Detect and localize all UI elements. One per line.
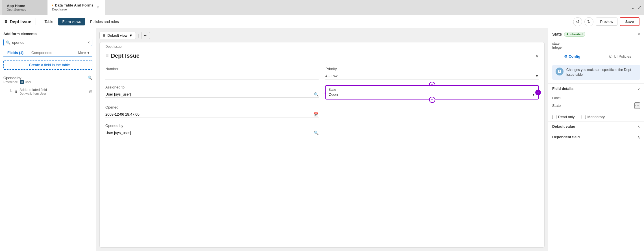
field-details-section[interactable]: Field details ∨ <box>548 83 644 94</box>
default-value-title: Default value <box>552 124 575 129</box>
nav-form-views[interactable]: Form views <box>58 18 85 25</box>
field-search-button[interactable]: 🔍 <box>88 75 92 80</box>
left-panel-title: Add form elements <box>3 32 92 36</box>
search-input[interactable] <box>12 40 88 45</box>
default-view-label: Default view <box>107 33 127 38</box>
search-clear-button[interactable]: × <box>88 40 90 45</box>
tab-app-home-title: App Home <box>7 4 43 8</box>
tab-app-home[interactable]: App Home Dept Services <box>2 0 47 15</box>
form-drag-handle-icon[interactable]: ≡ <box>105 53 109 59</box>
related-field-item: └ ⠿ Add a related field Dot-walk from Us… <box>3 86 92 96</box>
hamburger-icon: ≡ <box>5 19 8 25</box>
right-panel-tabs: ⚙ Config ⟨/⟩ UI Policies <box>548 52 644 61</box>
priority-select[interactable]: 4 - Low <box>325 73 539 79</box>
opened-by-empty <box>325 105 539 118</box>
config-tab[interactable]: ⚙ Config <box>548 52 596 61</box>
nav-policies[interactable]: Policies and rules <box>86 18 123 25</box>
default-value-toggle-icon: ∧ <box>637 124 640 129</box>
field-details-toggle-icon: ∨ <box>637 86 640 91</box>
layout-icon: ⊞ <box>103 33 106 38</box>
form-header: ≡ Dept Issue ∧ <box>100 49 544 62</box>
main-layout: Add form elements 🔍 × Fields (1) Compone… <box>0 28 644 251</box>
state-remove-button[interactable]: × <box>535 90 541 95</box>
preview-button[interactable]: Preview <box>596 18 617 26</box>
assigned-search-icon: 🔍 <box>313 92 319 97</box>
assigned-label: Assigned to <box>105 85 319 89</box>
default-view-button[interactable]: ⊞ Default view ▼ <box>99 32 136 39</box>
create-field-button[interactable]: + Create a field in the table <box>3 60 92 70</box>
form-row-3: Opened 📅 <box>105 105 539 118</box>
right-panel: State Inherited × state Integer ⚙ Config… <box>548 28 644 251</box>
number-input[interactable] <box>105 73 319 79</box>
dependent-field-section[interactable]: Dependent field ∧ <box>548 132 644 142</box>
dependent-field-title: Dependent field <box>552 135 580 139</box>
form-card: Dept Issue ≡ Dept Issue ∧ Number Priorit… <box>99 42 545 248</box>
tab-app-home-subtitle: Dept Services <box>7 8 43 11</box>
form-title: ≡ Dept Issue <box>105 53 140 59</box>
fields-tabs-row: Fields (1) Components More ▼ <box>3 49 92 57</box>
mandatory-checkbox[interactable] <box>582 115 586 119</box>
default-value-section[interactable]: Default value ∧ <box>548 121 644 132</box>
more-tab[interactable]: More ▼ <box>76 50 92 56</box>
ui-policies-tab[interactable]: ⟨/⟩ UI Policies <box>596 52 644 61</box>
ui-policies-icon: ⟨/⟩ <box>609 54 613 59</box>
fields-tab[interactable]: Fields (1) <box>3 49 27 57</box>
state-select[interactable]: Open <box>329 92 532 97</box>
add-field-below-button[interactable]: + <box>429 97 435 103</box>
search-icon: 🔍 <box>6 40 10 45</box>
redo-button[interactable]: ↻ <box>584 17 593 26</box>
read-only-checkbox-item: Read only <box>552 115 575 119</box>
components-tab[interactable]: Components <box>27 49 56 57</box>
field-name: Opened by <box>3 76 21 80</box>
priority-field: Priority 4 - Low ▼ <box>325 67 539 79</box>
dropdown-arrow-icon: ▼ <box>129 33 133 38</box>
field-name-info: state <box>552 42 640 46</box>
related-field-name: Add a related field <box>19 88 47 92</box>
tab-list: App Home Dept Services • Data Table And … <box>2 0 105 15</box>
right-panel-title: State Inherited <box>552 32 585 37</box>
undo-button[interactable]: ↺ <box>573 17 582 26</box>
opened-input[interactable] <box>105 111 313 118</box>
tab-data-table-subtitle: Dept Issue <box>52 8 67 11</box>
form-collapse-button[interactable]: ∧ <box>535 53 539 59</box>
field-meta: Reference: ⊞ User <box>3 80 92 84</box>
toolbar-right-actions: ↺ ↻ Preview Save <box>573 17 639 26</box>
nav-table[interactable]: Table <box>40 18 57 25</box>
opened-by-input[interactable] <box>105 129 313 136</box>
expand-tabs-button[interactable]: ⤢ <box>638 5 642 11</box>
form-row-1: Number Priority 4 - Low ▼ <box>105 67 539 79</box>
priority-select-wrapper: 4 - Low ▼ <box>325 73 539 79</box>
undo-icon: ↺ <box>576 19 580 24</box>
assigned-input[interactable] <box>105 91 313 98</box>
assigned-input-wrapper: 🔍 <box>105 91 319 98</box>
state-drag-handle-icon[interactable]: ⠿ <box>323 90 326 95</box>
field-type-info: state Integer <box>548 39 644 52</box>
number-field: Number <box>105 67 319 79</box>
tab-close-button[interactable]: × <box>96 5 100 10</box>
app-brand: ≡ Dept Issue <box>5 19 31 25</box>
tab-bar-actions: ⌄ ⤢ <box>631 5 642 11</box>
opened-by-field: Opened by 🔍 <box>105 124 319 136</box>
save-button[interactable]: Save <box>620 17 639 26</box>
field-details-title: Field details <box>552 86 573 91</box>
canvas-toolbar: ⊞ Default view ▼ | ⋯ <box>99 32 545 39</box>
left-panel: Add form elements 🔍 × Fields (1) Compone… <box>0 28 96 251</box>
right-panel-close-button[interactable]: × <box>638 32 640 37</box>
related-field-meta: Dot-walk from User <box>19 92 47 95</box>
field-item-opened-by: Opened by 🔍 Reference: ⊞ User <box>3 74 92 86</box>
collapse-tabs-button[interactable]: ⌄ <box>631 5 635 11</box>
tab-modified-indicator: • <box>52 3 53 7</box>
assigned-field: Assigned to 🔍 <box>105 85 319 98</box>
dependent-field-toggle-icon: ∧ <box>637 135 640 139</box>
search-box: 🔍 × <box>3 39 92 46</box>
tab-data-table[interactable]: • Data Table And Forms Dept Issue × <box>47 0 105 15</box>
toolbar-nav: Table Form views Policies and rules <box>40 18 123 25</box>
form-row-4: Opened by 🔍 <box>105 124 539 136</box>
opened-label: Opened <box>105 105 319 109</box>
form-body: Number Priority 4 - Low ▼ <box>100 62 544 146</box>
related-field-add-button[interactable]: ⊞ <box>89 90 92 94</box>
canvas-more-button[interactable]: ⋯ <box>141 32 150 39</box>
inherited-badge: Inherited <box>564 32 585 37</box>
read-only-checkbox[interactable] <box>552 115 556 119</box>
label-options-button[interactable]: ⋯ <box>634 102 640 109</box>
